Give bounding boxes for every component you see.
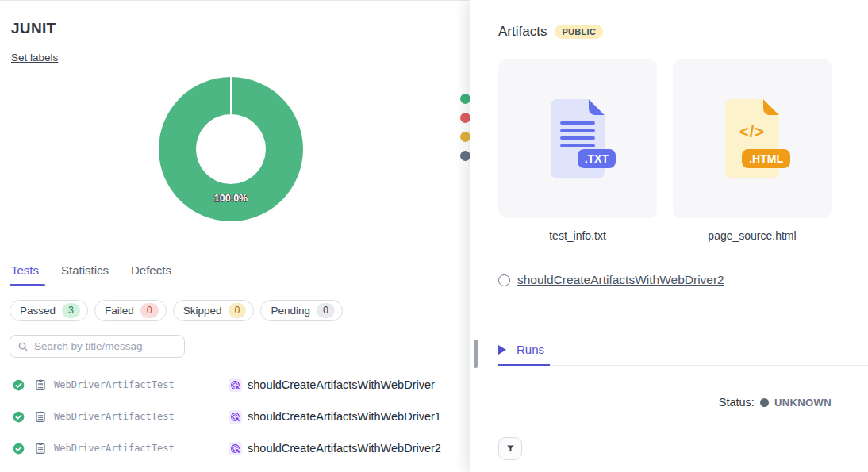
code-glyph: </> <box>725 123 779 141</box>
test-method-link[interactable]: shouldCreateArtifactsWithWebDriver2 <box>517 273 724 287</box>
suite-title: JUNIT <box>11 20 56 37</box>
test-row[interactable]: WebDriverArtifactTest shouldCreateArtifa… <box>0 401 470 432</box>
test-name: shouldCreateArtifactsWithWebDriver <box>248 378 435 391</box>
search-icon <box>17 341 29 352</box>
test-link-row: shouldCreateArtifactsWithWebDriver2 <box>498 273 724 287</box>
legend-dot-pending[interactable] <box>460 151 470 161</box>
test-list: WebDriverArtifactTest shouldCreateArtifa… <box>0 369 470 464</box>
suite-tabs: Tests Statistics Defects <box>11 263 171 277</box>
play-triangle-icon <box>498 345 506 355</box>
passed-status-icon <box>13 411 25 423</box>
status-value: UNKNOWN <box>774 397 832 409</box>
artifacts-header: Artifacts PUBLIC <box>498 24 603 40</box>
legend-dot-failed[interactable] <box>460 113 470 123</box>
chip-count-badge: 0 <box>317 303 335 318</box>
txt-ext-badge: .TXT <box>578 149 616 168</box>
test-row[interactable]: WebDriverArtifactTest shouldCreateArtifa… <box>0 432 470 464</box>
set-labels-link[interactable]: Set labels <box>11 52 58 63</box>
chip-label: Failed <box>105 305 134 317</box>
status-filter-chips: Passed 3 Failed 0 Skipped 0 Pending 0 <box>10 300 343 321</box>
test-class-name: WebDriverArtifactTest <box>54 411 229 422</box>
chip-count-badge: 3 <box>62 303 80 318</box>
page-fold <box>589 99 605 115</box>
public-badge: PUBLIC <box>555 25 603 39</box>
filter-chip-passed[interactable]: Passed 3 <box>10 300 88 321</box>
runs-toggle[interactable]: Runs <box>498 343 544 356</box>
artifact-filename: test_info.txt <box>498 229 657 242</box>
ads-click-icon <box>229 378 242 392</box>
tab-defects[interactable]: Defects <box>131 263 171 277</box>
unknown-status-dot-icon <box>760 398 769 407</box>
chip-label: Pending <box>271 305 310 317</box>
chip-label: Skipped <box>183 305 222 317</box>
chip-count-badge: 0 <box>229 303 247 318</box>
clipboard-icon <box>34 378 47 391</box>
test-detail-panel: Artifacts PUBLIC .TXT </> <box>470 0 868 472</box>
artifact-card-html[interactable]: </> .HTML <box>673 59 832 218</box>
ads-click-icon <box>229 442 242 455</box>
test-row[interactable]: WebDriverArtifactTest shouldCreateArtifa… <box>0 369 470 401</box>
funnel-icon <box>505 443 516 454</box>
text-lines <box>560 121 595 147</box>
clipboard-icon <box>34 442 47 455</box>
filter-chip-pending[interactable]: Pending 0 <box>260 300 343 321</box>
test-report-app: JUNIT Set labels 100.0% Tests Statistics… <box>0 0 868 472</box>
filter-chip-failed[interactable]: Failed 0 <box>94 300 167 321</box>
test-name: shouldCreateArtifactsWithWebDriver1 <box>248 410 441 423</box>
artifact-filename: page_source.html <box>673 229 832 242</box>
runs-divider <box>550 365 868 366</box>
page-fold <box>763 99 779 115</box>
tab-statistics[interactable]: Statistics <box>61 263 109 277</box>
active-tab-indicator <box>10 284 45 286</box>
legend-dot-skipped[interactable] <box>460 132 470 142</box>
status-row: Status: UNKNOWN <box>719 396 832 409</box>
artifact-filenames: test_info.txt page_source.html <box>498 229 832 242</box>
runs-label: Runs <box>517 343 544 356</box>
legend-dot-passed[interactable] <box>460 94 470 104</box>
pass-rate-donut-chart: 100.0% <box>159 77 303 221</box>
artifacts-title: Artifacts <box>498 24 547 40</box>
donut-gap <box>230 77 232 114</box>
status-circle-icon <box>498 274 510 286</box>
donut-percentage-label: 100.0% <box>159 193 303 204</box>
search-input[interactable] <box>34 340 177 352</box>
chip-count-badge: 0 <box>140 303 159 318</box>
tab-tests[interactable]: Tests <box>11 263 39 277</box>
status-label: Status: <box>719 396 755 409</box>
suite-overview-pane: JUNIT Set labels 100.0% Tests Statistics… <box>0 0 470 472</box>
chip-label: Passed <box>20 305 56 317</box>
filter-button[interactable] <box>498 437 522 460</box>
artifact-card-txt[interactable]: .TXT <box>498 59 657 218</box>
passed-status-icon <box>13 379 25 391</box>
passed-status-icon <box>13 443 25 455</box>
ads-click-icon <box>229 410 242 424</box>
panel-scrollbar-thumb[interactable] <box>474 340 478 368</box>
tabs-divider <box>0 286 470 286</box>
test-class-name: WebDriverArtifactTest <box>54 443 229 454</box>
test-name: shouldCreateArtifactsWithWebDriver2 <box>248 442 441 455</box>
artifact-cards: .TXT </> .HTML <box>498 59 832 218</box>
search-box <box>10 335 185 358</box>
test-class-name: WebDriverArtifactTest <box>54 379 229 390</box>
html-ext-badge: .HTML <box>742 149 790 168</box>
filter-chip-skipped[interactable]: Skipped 0 <box>173 300 255 321</box>
runs-active-indicator <box>498 364 550 366</box>
clipboard-icon <box>34 410 47 423</box>
chart-legend <box>460 94 470 161</box>
